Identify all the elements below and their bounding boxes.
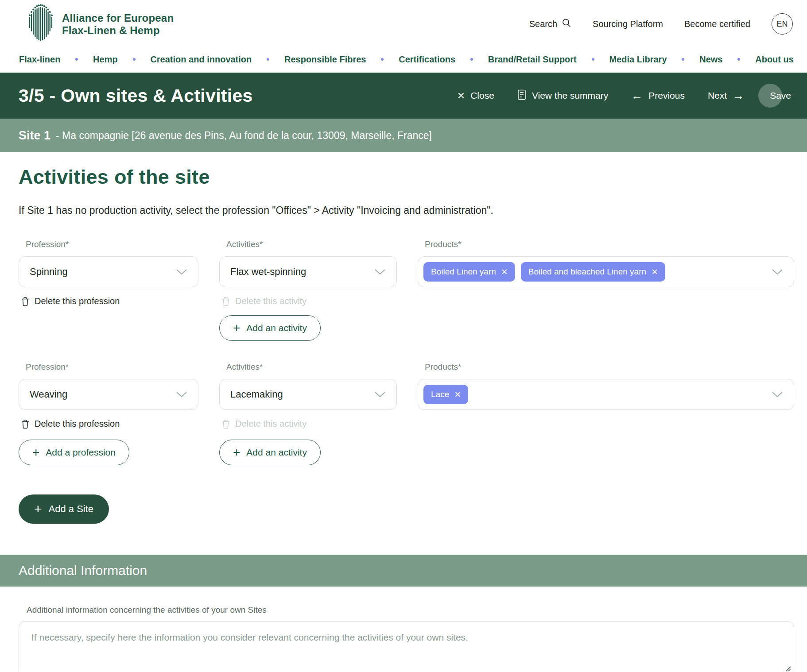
nav-dot (682, 58, 684, 61)
search-label: Search (529, 19, 557, 29)
products-column: Products* Lace × (418, 362, 794, 410)
become-certified-link[interactable]: Become certified (684, 19, 750, 29)
nav-item-about-us[interactable]: About us (755, 54, 794, 65)
nav-dot (737, 58, 740, 61)
next-button[interactable]: Next → (708, 90, 744, 101)
additional-info-textarea[interactable] (19, 621, 794, 672)
arrow-left-icon: ← (631, 90, 643, 101)
profession-row: Profession* Spinning Delete this profess… (19, 239, 794, 341)
nav-dot (470, 58, 473, 61)
chevron-down-icon (176, 266, 187, 278)
products-multiselect[interactable]: Lace × (418, 379, 794, 410)
header-utilities: Search Sourcing Platform Become certifie… (529, 13, 793, 35)
instruction-text: If Site 1 has no production activity, se… (19, 205, 794, 216)
site-address: - Ma compagnie [26 avenue des Pins, Au f… (56, 130, 432, 142)
view-summary-button[interactable]: View the summary (517, 89, 608, 102)
wizard-actions: × Close View the summary ← Previous Next… (458, 89, 794, 102)
plus-icon: + (32, 446, 39, 459)
add-buttons-row: + Add a profession + Add an activity (19, 440, 794, 465)
language-selector[interactable]: EN (772, 13, 793, 35)
profession-row: Profession* Weaving Delete this professi… (19, 362, 794, 429)
remove-tag-icon[interactable]: × (652, 266, 658, 277)
additional-information-bar: Additional Information (0, 555, 807, 587)
products-multiselect[interactable]: Boiled Linen yarn × Boiled and bleached … (418, 256, 794, 287)
wizard-step-bar: 3/5 - Own sites & Activities × Close Vie… (0, 73, 807, 119)
nav-item-responsible-fibres[interactable]: Responsible Fibres (284, 54, 366, 65)
activity-select[interactable]: Lacemaking (219, 379, 397, 410)
nav-item-creation-innovation[interactable]: Creation and innovation (150, 54, 252, 65)
add-profession-button[interactable]: + Add a profession (19, 440, 129, 465)
profession-column: Profession* Weaving Delete this professi… (19, 362, 198, 429)
product-tag: Boiled and bleached Linen yarn × (521, 262, 665, 282)
main-nav: Flax-linen Hemp Creation and innovation … (19, 50, 794, 69)
add-activity-button[interactable]: + Add an activity (219, 315, 321, 341)
nav-dot (592, 58, 594, 61)
additional-info-label: Additional information concerning the ac… (27, 605, 794, 615)
nav-dot (75, 58, 78, 61)
delete-profession-button[interactable]: Delete this profession (21, 296, 198, 306)
activities-field-label: Activities* (226, 362, 397, 372)
plus-icon: + (233, 322, 240, 334)
site-header: Alliance for European Flax-Linen & Hemp … (0, 0, 807, 73)
nav-item-news[interactable]: News (699, 54, 722, 65)
nav-dot (133, 58, 136, 61)
chevron-down-icon (374, 266, 386, 278)
activities-column: Activities* Flax wet-spinning Delete thi… (219, 239, 397, 341)
chevron-down-icon (374, 389, 386, 400)
nav-item-brand-retail-support[interactable]: Brand/Retail Support (488, 54, 577, 65)
profession-select[interactable]: Spinning (19, 256, 198, 287)
activities-field-label: Activities* (226, 239, 397, 249)
site-number-label: Site 1 (19, 129, 50, 143)
previous-button[interactable]: ← Previous (631, 90, 685, 101)
resize-handle[interactable] (784, 665, 791, 672)
delete-activity-button: Delete this activity (222, 419, 397, 429)
search-button[interactable]: Search (529, 18, 571, 30)
add-activity-button[interactable]: + Add an activity (219, 440, 321, 465)
products-field-label: Products* (425, 362, 794, 372)
search-icon (562, 18, 571, 30)
brand-logo[interactable]: Alliance for European Flax-Linen & Hemp (24, 3, 174, 46)
nav-dot (381, 58, 384, 61)
nav-item-hemp[interactable]: Hemp (93, 54, 118, 65)
remove-tag-icon[interactable]: × (501, 266, 508, 277)
products-column: Products* Boiled Linen yarn × Boiled and… (418, 239, 794, 287)
sourcing-platform-link[interactable]: Sourcing Platform (593, 19, 663, 29)
add-site-button[interactable]: + Add a Site (19, 494, 109, 524)
plus-icon: + (233, 446, 240, 459)
nav-item-flax-linen[interactable]: Flax-linen (19, 54, 60, 65)
profession-field-label: Profession* (26, 362, 198, 372)
close-button[interactable]: × Close (458, 89, 494, 102)
activity-select[interactable]: Flax wet-spinning (219, 256, 397, 287)
brand-logo-text: Alliance for European Flax-Linen & Hemp (62, 12, 174, 37)
page-title: Activities of the site (19, 166, 794, 189)
arrow-right-icon: → (733, 90, 744, 101)
plus-icon: + (34, 502, 42, 516)
additional-information-title: Additional Information (19, 563, 147, 578)
activities-column: Activities* Lacemaking Delete this activ… (219, 362, 397, 429)
nav-item-media-library[interactable]: Media Library (609, 54, 667, 65)
site-header-bar: Site 1 - Ma compagnie [26 avenue des Pin… (0, 119, 807, 152)
chevron-down-icon (176, 389, 187, 400)
close-icon: × (458, 89, 465, 102)
chevron-down-icon (772, 389, 783, 400)
nav-item-certifications[interactable]: Certifications (399, 54, 455, 65)
product-tag: Lace × (423, 385, 468, 404)
profession-field-label: Profession* (26, 239, 198, 249)
products-field-label: Products* (425, 239, 794, 249)
nav-dot (267, 58, 269, 61)
flax-sheaf-logo-icon (24, 3, 57, 46)
delete-profession-button[interactable]: Delete this profession (21, 419, 198, 429)
remove-tag-icon[interactable]: × (454, 389, 461, 400)
save-button[interactable]: Save (767, 90, 794, 101)
product-tag: Boiled Linen yarn × (423, 262, 515, 282)
chevron-down-icon (772, 266, 783, 278)
additional-information-section: Additional information concerning the ac… (0, 605, 807, 672)
document-icon (517, 89, 526, 102)
wizard-step-title: 3/5 - Own sites & Activities (19, 85, 253, 106)
delete-activity-button: Delete this activity (222, 296, 397, 306)
profession-select[interactable]: Weaving (19, 379, 198, 410)
activities-form-section: Activities of the site If Site 1 has no … (0, 166, 807, 524)
profession-column: Profession* Spinning Delete this profess… (19, 239, 198, 306)
